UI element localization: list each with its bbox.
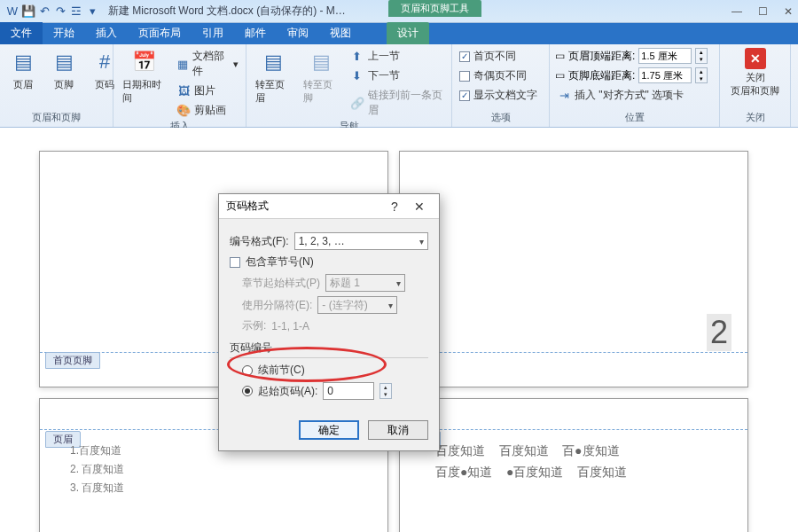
clipart-icon: 🎨 bbox=[176, 104, 191, 118]
first-page-diff-check[interactable]: ✓首页不同 bbox=[458, 48, 539, 65]
header-top-input[interactable] bbox=[638, 48, 692, 64]
undo-icon[interactable]: ↶ bbox=[37, 4, 51, 19]
list-item: 3. 百度知道 bbox=[70, 481, 124, 496]
example-label: 示例: bbox=[242, 318, 266, 333]
start-at-label: 起始页码(A): bbox=[258, 384, 317, 399]
gotofooter-icon: ▤ bbox=[308, 48, 336, 76]
qat-customize-icon[interactable]: ▾ bbox=[85, 4, 99, 19]
calendar-icon: 📅 bbox=[130, 48, 159, 76]
page-2: 2 bbox=[399, 151, 748, 387]
list-item: 2. 百度知道 bbox=[70, 462, 124, 477]
link-icon: 🔗 bbox=[350, 96, 364, 110]
document-title: 新建 Microsoft Word 文档.docx (自动保存的) - M… bbox=[108, 4, 346, 19]
numbering-group-label: 页码编号 bbox=[230, 340, 428, 356]
ribbon: ▤页眉 ▤页脚 #页码 页眉和页脚 📅日期和时间 ▦文档部件▾ 🖼图片 🎨剪贴画… bbox=[0, 44, 798, 128]
tab-review[interactable]: 审阅 bbox=[277, 22, 319, 44]
insert-align-tab-button[interactable]: ⇥插入 "对齐方式" 选项卡 bbox=[555, 87, 708, 104]
header-top-label: 页眉顶端距离: bbox=[568, 49, 635, 64]
picture-button[interactable]: 🖼图片 bbox=[175, 82, 240, 99]
continue-radio[interactable] bbox=[242, 365, 253, 376]
tab-references[interactable]: 引用 bbox=[192, 22, 234, 44]
tab-layout[interactable]: 页面布局 bbox=[128, 22, 192, 44]
format-label: 编号格式(F): bbox=[230, 234, 289, 249]
footer-bottom-label: 页脚底端距离: bbox=[568, 68, 635, 83]
ribbon-tabs: 文件 开始 插入 页面布局 引用 邮件 审阅 视图 设计 bbox=[0, 23, 798, 44]
chapter-style-select: 标题 1 bbox=[325, 274, 405, 292]
cancel-button[interactable]: 取消 bbox=[368, 420, 428, 440]
checkbox-icon: ✓ bbox=[459, 51, 470, 62]
group-label-pos: 位置 bbox=[555, 110, 714, 125]
prev-section-button[interactable]: ⬆上一节 bbox=[348, 48, 446, 65]
format-select[interactable]: 1, 2, 3, … bbox=[294, 232, 428, 250]
footer-icon: ▤ bbox=[50, 48, 78, 76]
ruler-icon: ▭ bbox=[555, 50, 565, 62]
odd-even-diff-check[interactable]: 奇偶页不同 bbox=[458, 67, 539, 84]
tab-insert[interactable]: 插入 bbox=[85, 22, 128, 44]
save-icon[interactable]: 💾 bbox=[21, 4, 35, 19]
separator-label: 使用分隔符(E): bbox=[242, 298, 312, 313]
show-doc-text-check[interactable]: ✓显示文档文字 bbox=[458, 87, 539, 104]
contextual-tools-title: 页眉和页脚工具 bbox=[388, 0, 481, 17]
maximize-button[interactable]: ☐ bbox=[758, 5, 768, 18]
redo-icon[interactable]: ↷ bbox=[53, 4, 67, 19]
dialog-help-button[interactable]: ? bbox=[382, 200, 407, 214]
gotofooter-button[interactable]: ▤转至页脚 bbox=[300, 46, 342, 106]
gotoheader-button[interactable]: ▤转至页眉 bbox=[252, 46, 294, 106]
footer-button[interactable]: ▤页脚 bbox=[46, 46, 82, 93]
body-text: 百度知道 百度知道 百●度知道 百度●知道 ●百度知道 百度知道 bbox=[435, 440, 730, 482]
quickparts-button[interactable]: ▦文档部件▾ bbox=[175, 48, 240, 80]
dialog-close-button[interactable]: ✕ bbox=[407, 200, 432, 214]
picture-icon: 🖼 bbox=[176, 84, 191, 98]
continue-label: 续前节(C) bbox=[258, 363, 305, 378]
checkbox-icon: ✓ bbox=[459, 90, 470, 101]
print-icon[interactable]: ☲ bbox=[69, 4, 83, 19]
close-icon: ✕ bbox=[745, 48, 766, 69]
dialog-title: 页码格式 bbox=[226, 199, 382, 214]
link-prev-button[interactable]: 🔗链接到前一条页眉 bbox=[348, 87, 446, 119]
example-value: 1-1, 1-A bbox=[271, 320, 309, 332]
start-at-spinner[interactable]: ▴▾ bbox=[379, 383, 392, 399]
header-button[interactable]: ▤页眉 bbox=[5, 46, 41, 93]
group-label-opts: 选项 bbox=[458, 110, 544, 125]
checkbox-icon bbox=[459, 71, 470, 82]
tab-mail[interactable]: 邮件 bbox=[234, 22, 277, 44]
spinner[interactable]: ▴▾ bbox=[695, 48, 708, 64]
start-at-input[interactable]: 0 bbox=[323, 382, 374, 400]
include-chapter-checkbox[interactable] bbox=[230, 257, 240, 268]
ruler-icon: ▭ bbox=[555, 69, 565, 82]
page-number-2: 2 bbox=[707, 314, 732, 351]
close-window-button[interactable]: ✕ bbox=[784, 5, 793, 18]
word-app-icon: W bbox=[5, 4, 20, 19]
footer-bottom-input[interactable] bbox=[638, 67, 692, 83]
page-number-format-dialog: 页码格式 ? ✕ 编号格式(F): 1, 2, 3, … 包含章节号(N) 章节… bbox=[218, 193, 440, 451]
start-at-radio[interactable] bbox=[242, 386, 253, 396]
group-label-hf: 页眉和页脚 bbox=[5, 110, 107, 125]
first-footer-tag: 首页页脚 bbox=[45, 352, 100, 369]
next-icon: ⬇ bbox=[350, 69, 364, 83]
include-chapter-label: 包含章节号(N) bbox=[246, 254, 314, 270]
minimize-button[interactable]: — bbox=[732, 5, 742, 18]
tab-view[interactable]: 视图 bbox=[319, 22, 362, 44]
tab-design[interactable]: 设计 bbox=[387, 22, 429, 44]
spinner[interactable]: ▴▾ bbox=[695, 67, 708, 83]
datetime-button[interactable]: 📅日期和时间 bbox=[119, 46, 169, 106]
parts-icon: ▦ bbox=[176, 57, 189, 71]
tab-icon: ⇥ bbox=[557, 89, 571, 103]
chapter-style-label: 章节起始样式(P) bbox=[242, 276, 320, 291]
next-section-button[interactable]: ⬇下一节 bbox=[348, 67, 446, 84]
page-4: 页眉 百度知道 百度知道 百●度知道 百度●知道 ●百度知道 百度知道 bbox=[399, 398, 748, 532]
close-hf-button[interactable]: ✕ 关闭 页眉和页脚 bbox=[727, 46, 783, 99]
list-item: 1.百度知道 bbox=[70, 443, 124, 458]
tab-home[interactable]: 开始 bbox=[43, 22, 85, 44]
separator-select: - (连字符) bbox=[317, 296, 397, 314]
clipart-button[interactable]: 🎨剪贴画 bbox=[175, 102, 240, 119]
gotoheader-icon: ▤ bbox=[259, 48, 287, 76]
header-icon: ▤ bbox=[9, 48, 37, 76]
tab-file[interactable]: 文件 bbox=[0, 22, 43, 44]
group-label-close: 关闭 bbox=[725, 110, 785, 125]
prev-icon: ⬆ bbox=[350, 50, 364, 64]
ok-button[interactable]: 确定 bbox=[299, 420, 359, 440]
